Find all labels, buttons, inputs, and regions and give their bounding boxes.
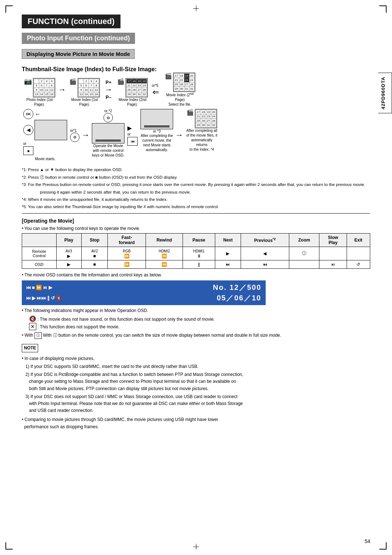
- osd-next: ⏭: [215, 260, 241, 268]
- mute-icon: 🔇: [29, 316, 36, 322]
- stop-button-icon: ■: [23, 146, 33, 155]
- osd-number-2: 05／06／10: [217, 293, 261, 303]
- x-icon: ✕: [29, 323, 36, 330]
- note-label: NOTE: [22, 344, 38, 352]
- page-number: 54: [364, 538, 370, 544]
- movie-index-select-label: Movie Index (2nd Page)Select the file.: [163, 92, 197, 107]
- control-table: Play Stop Fast-forward Rewind Pause Next…: [22, 233, 370, 269]
- or5-label: or*5: [152, 84, 160, 88]
- operating-movie-bullet2: • The movie OSD contains the file inform…: [22, 272, 370, 278]
- photo-index-grid: 234 5678 9101112 13141516: [33, 78, 55, 97]
- osd-zoom: [289, 260, 319, 268]
- remote-next: ▶: [215, 247, 241, 260]
- or2-label: or *2: [104, 109, 112, 113]
- footnote-3: *3: For the Previous button on remote co…: [22, 181, 370, 188]
- col-header-next: Next: [215, 233, 241, 247]
- footnote-1: *1: Press ▲ or ▼ button to display the o…: [22, 166, 370, 173]
- arrow-1: →: [58, 86, 66, 94]
- note-intro: In case of displaying movie pictures,: [25, 356, 95, 361]
- title-photo: Photo Input Function (continued): [22, 33, 135, 44]
- note-item-2: 2) If your DSC is PictBridge-compatible …: [25, 371, 370, 392]
- remote-pause: HDMI1⏸: [183, 247, 215, 260]
- circle-control-1: ⊙: [70, 133, 79, 142]
- col-header-stop: Stop: [81, 233, 108, 247]
- note-item-4: • Comparing to movie pictures through SD…: [22, 416, 370, 430]
- arrow-5: →: [175, 131, 183, 139]
- movie-screen-1: [34, 120, 67, 140]
- osd-number-1: No. 12／500: [213, 283, 261, 292]
- osd-stop: ■: [81, 260, 108, 268]
- movie-index-2-label: Movie Index (2nd Page).: [116, 97, 149, 107]
- title-function: FUNCTION (continued): [22, 15, 121, 28]
- osd-slowplay: ⏯: [319, 260, 347, 268]
- osd-row1-icons: ⏮■⏩⏯▶: [26, 285, 52, 290]
- play-arrow-icon: ▶: [127, 125, 138, 131]
- remote-slowplay: [319, 247, 347, 260]
- movie-icon-2: 🎬: [117, 78, 124, 85]
- osd-row-2: ⏭▶⏭⏭‖↺🔇 05／06／10: [26, 293, 261, 303]
- p-plus: P+: [106, 80, 111, 85]
- operating-movie-header: [Operating the Movie]: [22, 218, 370, 224]
- camera-icon: 📷: [24, 78, 32, 85]
- osd-ff: ⏩: [108, 260, 146, 268]
- operating-movie-bullet4: • With ⓘ With ⓘ button on the remote con…: [22, 332, 370, 339]
- divider-1: [22, 213, 370, 214]
- osd-exit: ↺: [347, 260, 370, 268]
- col-header-empty: [22, 233, 57, 247]
- or3-label: or *3: [153, 129, 160, 133]
- col-header-zoom: Zoom: [289, 233, 319, 247]
- osd-play: ▶: [56, 260, 81, 268]
- operate-movie-label: Operate the Moviewith remote controlkeys…: [92, 143, 124, 158]
- col-header-slowplay: SlowPlay: [319, 233, 347, 247]
- operating-movie-bullet1: • You can use the following control keys…: [22, 226, 370, 231]
- remote-stop: AV2■: [81, 247, 108, 260]
- or1-label: or*1: [70, 129, 79, 133]
- or-label-2: or: [127, 132, 138, 136]
- operating-movie-bullet3: • The following indications might appear…: [22, 308, 370, 313]
- indication-2: ✕ : This function does not support the m…: [29, 324, 370, 329]
- after-current-label: After completing thecurrent movie, thene…: [141, 133, 173, 152]
- footnote-5: *5: You can also select the Thumbnail-Si…: [22, 203, 370, 210]
- footnote-4: *4: When it moves on the unsupported fil…: [22, 196, 370, 203]
- subsection-thumbnail-title: Thumbnail-Size Image (Index) to Full-Siz…: [22, 66, 157, 72]
- osd-prev: ⏮: [241, 260, 289, 268]
- movie-index-1-label: Movie Index (1st Page).: [68, 97, 101, 107]
- rewind-icon: ⏮: [127, 137, 138, 146]
- movie-screen-3: [140, 109, 173, 129]
- movie-index-final-grid: 17181920 21222324 25262728 29303132: [195, 109, 217, 128]
- operating-movie-section: [Operating the Movie] • You can use the …: [22, 218, 370, 339]
- movie-icon-1: 🎬: [69, 78, 77, 85]
- remote-prev: ◀: [241, 247, 289, 260]
- movie-starts-label: Movie starts.: [35, 157, 56, 161]
- osd-row-1: ⏮■⏩⏯▶ No. 12／500: [26, 283, 261, 292]
- movie-screen-2: [92, 123, 124, 143]
- col-header-play: Play: [56, 233, 81, 247]
- arrow-4: →: [82, 131, 90, 139]
- left-button-icon: ◀: [23, 125, 33, 135]
- remote-zoom: ⓘ: [289, 247, 319, 260]
- circle-control-2: ⊙: [103, 113, 113, 122]
- photo-index-label: Photo Index (1st Page).: [23, 97, 56, 107]
- p-minus: P–: [106, 94, 111, 100]
- zoom-btn-inline: ⓘ: [34, 332, 42, 339]
- col-header-previous: Previous*2: [241, 233, 289, 247]
- note-section: NOTE • In case of displaying movie pictu…: [22, 344, 370, 430]
- or-label-1: or: [23, 142, 26, 146]
- arrow-3: ⇐: [152, 88, 159, 96]
- col-header-fastforward: Fast-forward: [108, 233, 146, 247]
- osd-row2-icons: ⏭▶⏭⏭‖↺🔇: [26, 295, 62, 301]
- remote-play: AV3▶: [56, 247, 81, 260]
- remote-rew: HDMI2⏪: [146, 247, 183, 260]
- row-remote-label: RemoteControl: [22, 247, 57, 260]
- movie-index-2-grid: 17181920 21222324 25262728 29303132: [126, 78, 148, 97]
- indication-1: 🔇 : The movie does not have sound, or th…: [29, 315, 370, 322]
- note-item-1: 1) If your DSC supports SD card/MMC, ins…: [25, 363, 370, 370]
- footnotes-section: *1: Press ▲ or ▼ button to display the o…: [22, 166, 370, 210]
- footnote-2: *2: Press ⓕ button in remote control or …: [22, 174, 370, 181]
- movie-index-1-grid: 234 5678 9101112 13141516: [78, 78, 100, 97]
- remote-ff: RGB⏩: [108, 247, 146, 260]
- arrow-2: →: [105, 85, 113, 94]
- osd-bar: ⏮■⏩⏯▶ No. 12／500 ⏭▶⏭⏭‖↺🔇 05／06／10: [22, 280, 266, 305]
- movie-index-select-grid: 17181920 21222324 25262728 29303132: [173, 73, 195, 92]
- after-all-label: After completing allof the movie files, …: [185, 128, 218, 152]
